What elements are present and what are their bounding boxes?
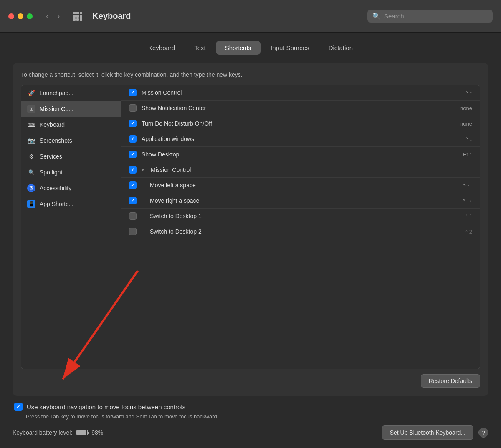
keyboard-nav-section: Use keyboard navigation to move focus be…	[13, 403, 488, 420]
keyboard-nav-checkbox[interactable]	[14, 403, 23, 411]
search-icon: 🔍	[372, 12, 381, 20]
list-label-accessibility: Accessibility	[40, 185, 71, 191]
battery-icon	[76, 430, 88, 435]
shortcut-move-left[interactable]: Move left a space ^ ←	[121, 178, 480, 193]
cb-app-windows[interactable]	[129, 135, 137, 143]
split-view: 🚀 Launchpad... ⊞ Mission Co... ⌨ Keyboar…	[21, 85, 480, 369]
shortcut-notification-center[interactable]: Show Notification Center none	[121, 101, 480, 116]
search-input[interactable]	[384, 13, 488, 20]
shortcut-label-group-mission-control: Mission Control	[151, 166, 442, 173]
list-label-app-shortcuts: App Shortc...	[40, 201, 73, 207]
list-item-launchpad[interactable]: 🚀 Launchpad...	[21, 85, 121, 101]
list-label-keyboard: Keyboard	[40, 121, 65, 128]
expand-arrow: ▾	[142, 167, 144, 173]
cb-mission-control[interactable]	[129, 89, 137, 96]
shortcut-label-move-left: Move left a space	[142, 182, 442, 189]
shortcut-label-desktop-2: Switch to Desktop 2	[142, 228, 442, 235]
tabs-bar: Keyboard Text Shortcuts Input Sources Di…	[13, 41, 488, 55]
cb-do-not-disturb[interactable]	[129, 120, 137, 127]
shortcut-group-mission-control[interactable]: ▾ Mission Control	[121, 162, 480, 178]
forward-button[interactable]: ›	[54, 10, 63, 23]
cb-move-right[interactable]	[129, 197, 137, 204]
cb-move-left[interactable]	[129, 181, 137, 189]
cb-notification-center[interactable]	[129, 104, 137, 112]
services-icon: ⚙	[27, 152, 35, 161]
category-list: 🚀 Launchpad... ⊞ Mission Co... ⌨ Keyboar…	[21, 85, 121, 369]
tab-keyboard[interactable]: Keyboard	[139, 41, 184, 55]
battery-body	[76, 430, 88, 435]
nav-buttons: ‹ ›	[43, 10, 63, 23]
shortcut-label-app-windows: Application windows	[142, 136, 442, 142]
app-shortcuts-icon: 📱	[27, 200, 35, 208]
list-label-services: Services	[40, 153, 62, 160]
list-item-services[interactable]: ⚙ Services	[21, 148, 121, 164]
battery-label: Keyboard battery level:	[13, 429, 72, 436]
battery-fill	[76, 430, 86, 435]
shortcut-key-move-right: ^ →	[447, 198, 472, 204]
shortcut-label-desktop-1: Switch to Desktop 1	[142, 213, 442, 219]
shortcut-label-show-desktop: Show Desktop	[142, 151, 442, 158]
shortcut-mission-control[interactable]: Mission Control ^ ↑	[121, 85, 480, 101]
keyboard-nav-hint: Press the Tab key to move focus forward …	[14, 413, 487, 420]
window-title: Keyboard	[92, 11, 361, 21]
close-button[interactable]	[8, 13, 14, 19]
minimize-button[interactable]	[18, 13, 23, 19]
list-item-accessibility[interactable]: ♿ Accessibility	[21, 180, 121, 196]
setup-bluetooth-button[interactable]: Set Up Bluetooth Keyboard...	[382, 425, 473, 440]
shortcut-label-notification-center: Show Notification Center	[142, 105, 442, 111]
cb-desktop-1[interactable]	[129, 212, 137, 220]
tab-shortcuts[interactable]: Shortcuts	[216, 41, 261, 55]
shortcut-key-mission-control: ^ ↑	[447, 90, 472, 96]
list-item-spotlight[interactable]: 🔍 Spotlight	[21, 164, 121, 180]
tab-dictation[interactable]: Dictation	[319, 41, 362, 55]
help-button[interactable]: ?	[478, 428, 488, 438]
shortcut-key-show-desktop: F11	[447, 151, 472, 158]
shortcut-app-windows[interactable]: Application windows ^ ↓	[121, 131, 480, 147]
shortcut-key-do-not-disturb: none	[447, 121, 472, 127]
spotlight-icon: 🔍	[27, 168, 35, 176]
list-label-spotlight: Spotlight	[40, 169, 62, 176]
titlebar: ‹ › Keyboard 🔍	[0, 0, 501, 33]
shortcut-desktop-1[interactable]: Switch to Desktop 1 ^ 1	[121, 209, 480, 224]
search-box[interactable]: 🔍	[367, 10, 493, 23]
hint-text: To change a shortcut, select it, click t…	[21, 71, 480, 78]
grid-icon[interactable]	[73, 12, 82, 21]
footer: Keyboard battery level: 98% Set Up Bluet…	[13, 420, 488, 440]
keyboard-nav-label: Use keyboard navigation to move focus be…	[27, 403, 185, 410]
shortcuts-list: Mission Control ^ ↑ Show Notification Ce…	[121, 85, 480, 369]
launchpad-icon: 🚀	[27, 89, 35, 97]
list-item-keyboard[interactable]: ⌨ Keyboard	[21, 117, 121, 133]
shortcut-key-desktop-2: ^ 2	[447, 229, 472, 235]
shortcut-do-not-disturb[interactable]: Turn Do Not Disturb On/Off none	[121, 116, 480, 131]
footer-buttons: Set Up Bluetooth Keyboard... ?	[382, 425, 488, 440]
shortcut-label-do-not-disturb: Turn Do Not Disturb On/Off	[142, 120, 442, 127]
traffic-lights	[8, 13, 33, 19]
list-item-app-shortcuts[interactable]: 📱 App Shortc...	[21, 196, 121, 212]
tab-text[interactable]: Text	[185, 41, 215, 55]
screenshots-icon: 📷	[27, 136, 35, 145]
maximize-button[interactable]	[27, 13, 33, 19]
main-content: Keyboard Text Shortcuts Input Sources Di…	[0, 33, 501, 448]
shortcut-key-desktop-1: ^ 1	[447, 213, 472, 219]
list-item-mission-control[interactable]: ⊞ Mission Co...	[21, 101, 121, 117]
mission-control-icon: ⊞	[27, 105, 35, 113]
accessibility-icon: ♿	[27, 184, 35, 192]
keyboard-nav-row: Use keyboard navigation to move focus be…	[14, 403, 487, 411]
list-item-screenshots[interactable]: 📷 Screenshots	[21, 133, 121, 148]
shortcut-key-app-windows: ^ ↓	[447, 136, 472, 142]
cb-desktop-2[interactable]	[129, 228, 137, 235]
back-button[interactable]: ‹	[43, 10, 52, 23]
shortcuts-panel: To change a shortcut, select it, click t…	[13, 63, 488, 396]
shortcut-label-mission-control: Mission Control	[142, 89, 442, 96]
restore-defaults-button[interactable]: Restore Defaults	[421, 374, 480, 388]
list-label-launchpad: Launchpad...	[40, 90, 73, 96]
shortcut-key-move-left: ^ ←	[447, 182, 472, 189]
keyboard-icon: ⌨	[27, 121, 35, 129]
shortcut-show-desktop[interactable]: Show Desktop F11	[121, 147, 480, 162]
cb-group-mission-control[interactable]	[129, 166, 137, 174]
cb-show-desktop[interactable]	[129, 151, 137, 158]
list-label-screenshots: Screenshots	[40, 137, 72, 144]
tab-input-sources[interactable]: Input Sources	[261, 41, 319, 55]
shortcut-move-right[interactable]: Move right a space ^ →	[121, 193, 480, 209]
shortcut-desktop-2[interactable]: Switch to Desktop 2 ^ 2	[121, 224, 480, 239]
